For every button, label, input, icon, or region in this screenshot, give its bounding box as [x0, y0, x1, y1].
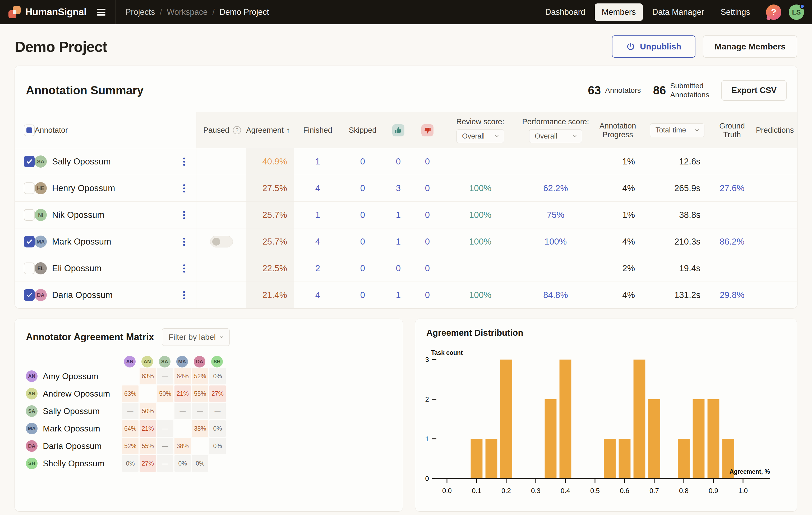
review-score-value: 100%	[442, 282, 519, 308]
svg-text:0.3: 0.3	[531, 487, 541, 495]
matrix-row: SHShelly Opossum 0%27%—0%0%	[15, 455, 403, 472]
breadcrumb-projects[interactable]: Projects	[125, 7, 155, 17]
matrix-cell: 55%	[192, 385, 208, 402]
row-checkbox[interactable]	[24, 262, 35, 274]
avatar: DA	[194, 356, 205, 368]
nav-dashboard[interactable]: Dashboard	[539, 3, 592, 21]
y-axis-label: Task count	[431, 349, 463, 356]
skipped-value: 0	[342, 282, 384, 308]
annotation-progress-value: 1%	[592, 148, 643, 175]
matrix-cell: —	[157, 368, 173, 384]
avatar: MA	[176, 356, 188, 368]
predictions-value	[753, 255, 797, 282]
agreement-value: 25.7%	[246, 202, 294, 228]
summary-title: Annotation Summary	[26, 84, 144, 97]
annotation-progress-value: 2%	[592, 255, 643, 282]
filter-by-label-select[interactable]: Filter by label	[162, 328, 230, 346]
matrix-row: DADaria Opossum 52%55%—38%0%	[15, 437, 403, 455]
power-icon	[626, 42, 635, 51]
chart-title: Agreement Distribution	[426, 328, 523, 338]
manage-members-button[interactable]: Manage Members	[703, 35, 797, 58]
matrix-cell: 0%	[192, 455, 208, 471]
finished-value: 1	[294, 202, 342, 228]
unpublish-button[interactable]: Unpublish	[612, 35, 695, 58]
chevron-down-icon	[218, 334, 225, 340]
matrix-column-avatars: ANANSAMADASH	[15, 356, 403, 368]
svg-text:0.8: 0.8	[679, 487, 689, 495]
row-checkbox[interactable]	[24, 156, 35, 167]
row-menu-button[interactable]	[172, 255, 196, 282]
row-menu-button[interactable]	[172, 228, 196, 255]
row-checkbox[interactable]	[24, 182, 35, 194]
performance-score-value: 84.8%	[519, 282, 592, 308]
annotator-name: Henry Opossum	[52, 183, 115, 193]
row-menu-button[interactable]	[172, 148, 196, 175]
select-all-checkbox[interactable]	[24, 124, 35, 136]
avatar: EL	[35, 262, 47, 275]
accepted-count: 1	[384, 282, 413, 308]
humansignal-logo-icon	[8, 5, 21, 19]
total-time-value: 38.8s	[643, 202, 712, 228]
row-menu-button[interactable]	[172, 282, 196, 308]
nav-data-manager[interactable]: Data Manager	[645, 3, 711, 21]
matrix-cell: 0%	[209, 368, 226, 384]
svg-text:0.7: 0.7	[649, 487, 659, 495]
nav-settings[interactable]: Settings	[714, 3, 757, 21]
agreement-value: 40.9%	[246, 148, 294, 175]
review-score-value: 100%	[442, 202, 519, 228]
help-icon[interactable]: ?	[766, 4, 781, 20]
table-row: EL Eli Opossum 22.5% 2 0 0 0 2% 19.4s	[15, 255, 797, 282]
row-checkbox[interactable]	[24, 289, 35, 301]
finished-value: 4	[294, 228, 342, 255]
annotation-progress-value: 4%	[592, 228, 643, 255]
user-avatar[interactable]: LS	[789, 4, 804, 20]
row-menu-button[interactable]	[172, 175, 196, 201]
avatar: AN	[124, 356, 136, 368]
column-skipped: Skipped	[342, 112, 384, 148]
matrix-row: MAMark Opossum 64%21%—38%0%	[15, 420, 403, 437]
histogram-bar	[707, 399, 720, 479]
annotator-name: Mark Opossum	[52, 237, 111, 247]
matrix-title: Annotator Agreement Matrix	[26, 332, 154, 343]
chevron-down-icon	[494, 133, 499, 139]
column-agreement[interactable]: Agreement ↑	[246, 112, 294, 148]
breadcrumb-workspace[interactable]: Workspace	[167, 7, 208, 17]
matrix-cell: 38%	[192, 420, 208, 437]
row-checkbox[interactable]	[24, 236, 35, 248]
total-time-filter[interactable]: Total time	[650, 123, 704, 137]
column-predictions: Predictions	[753, 112, 797, 148]
export-csv-button[interactable]: Export CSV	[721, 80, 787, 101]
svg-text:0.6: 0.6	[620, 487, 629, 495]
paused-toggle[interactable]	[210, 236, 233, 248]
svg-text:3: 3	[425, 355, 429, 364]
rejected-count: 0	[413, 255, 442, 282]
nav-members[interactable]: Members	[595, 3, 643, 21]
hamburger-menu-icon[interactable]	[95, 7, 107, 17]
review-score-value: 100%	[442, 175, 519, 201]
matrix-cell: 52%	[192, 368, 208, 384]
column-annotator: Annotator	[35, 126, 68, 135]
total-time-value: 12.6s	[643, 148, 712, 175]
svg-text:0.5: 0.5	[590, 487, 600, 495]
column-review-score: Review score: Overall	[442, 112, 519, 148]
svg-text:1: 1	[425, 435, 429, 443]
skipped-value: 0	[342, 148, 384, 175]
review-score-filter[interactable]: Overall	[457, 129, 504, 143]
review-score-value	[442, 148, 519, 175]
matrix-cell: —	[157, 438, 173, 454]
avatar: DA	[35, 289, 47, 301]
table-row: NI Nik Opossum 25.7% 1 0 1 0 100% 75% 1%…	[15, 201, 797, 228]
avatar: NI	[35, 209, 47, 221]
skipped-value: 0	[342, 202, 384, 228]
paused-help-icon[interactable]: ?	[233, 126, 241, 134]
agreement-value: 21.4%	[246, 282, 294, 308]
performance-score-filter[interactable]: Overall	[529, 129, 582, 143]
row-checkbox[interactable]	[24, 209, 35, 221]
brand-logo[interactable]: HumanSignal	[8, 5, 86, 19]
matrix-cell: 21%	[140, 420, 156, 437]
row-menu-button[interactable]	[172, 202, 196, 228]
performance-score-value	[519, 255, 592, 282]
page-title: Demo Project	[15, 38, 107, 55]
ground-truth-value	[712, 255, 753, 282]
agreement-matrix-card: Annotator Agreement Matrix Filter by lab…	[14, 319, 403, 512]
